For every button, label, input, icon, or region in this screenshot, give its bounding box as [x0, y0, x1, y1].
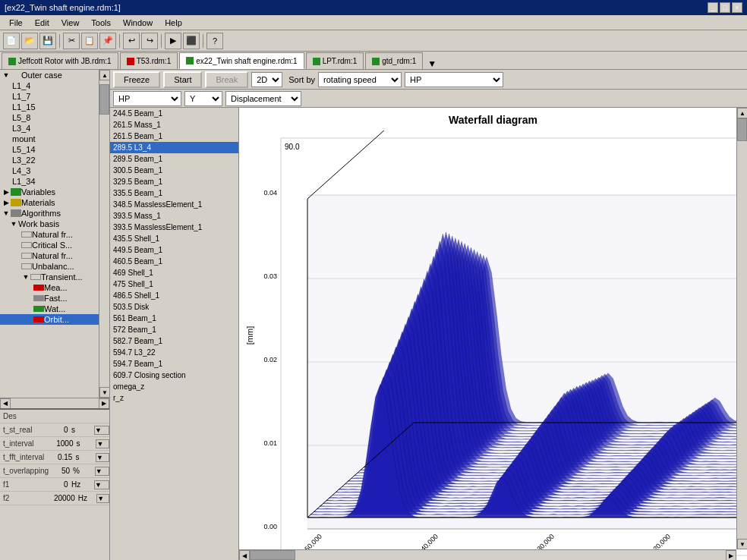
menu-view[interactable]: View — [55, 17, 86, 29]
tab-ex22[interactable]: ex22_Twin shaft engine.rdm:1 — [179, 52, 304, 69]
maximize-button[interactable]: □ — [720, 2, 730, 13]
tabs-overflow-button[interactable]: ▼ — [427, 58, 437, 69]
expand-outer-case[interactable]: ▼ — [2, 71, 11, 80]
tree-item-criticals[interactable]: Critical S... — [0, 240, 99, 250]
props-dropdown-f1[interactable]: ▼ — [94, 480, 109, 489]
list-item-8[interactable]: 348.5 MasslessElement_1 — [110, 199, 238, 210]
open-button[interactable]: 📂 — [21, 33, 38, 49]
list-item-17[interactable]: 503.5 Disk — [110, 301, 238, 313]
expand-algorithms[interactable]: ▼ — [2, 209, 11, 218]
sort-by-dropdown[interactable]: rotating speed — [318, 72, 402, 87]
list-item-12[interactable]: 449.5 Beam_1 — [110, 244, 238, 256]
tab-t53[interactable]: T53.rdm:1 — [120, 52, 178, 69]
menu-edit[interactable]: Edit — [29, 17, 55, 29]
tree-item-l134[interactable]: L1_34 — [0, 176, 99, 187]
help-icon[interactable]: ? — [206, 33, 223, 49]
chart-scroll-left[interactable]: ◀ — [239, 550, 250, 560]
tree-item-unbalance[interactable]: Unbalanc... — [0, 261, 99, 272]
list-item-0[interactable]: 244.5 Beam_1 — [110, 108, 238, 119]
list-item-19[interactable]: 572 Beam_1 — [110, 324, 238, 335]
tree-item-l322[interactable]: L3_22 — [0, 155, 99, 165]
expand-transient[interactable]: ▼ — [21, 272, 30, 282]
tree-scroll-thumb[interactable] — [99, 84, 109, 115]
quantity-dropdown[interactable]: Displacement — [225, 91, 301, 106]
tree-item-workbasis[interactable]: ▼ Work basis — [0, 219, 99, 229]
list-item-5[interactable]: 300.5 Beam_1 — [110, 165, 238, 176]
redo-button[interactable]: ↪ — [141, 33, 158, 49]
stop-button[interactable]: ⬛ — [183, 33, 200, 49]
tree-scroll-up[interactable]: ▲ — [99, 70, 109, 80]
tree-item-variables[interactable]: ▶ Variables — [0, 187, 99, 197]
list-item-21[interactable]: 594.7 L3_22 — [110, 347, 238, 358]
run-button[interactable]: ▶ — [165, 33, 181, 49]
list-item-6[interactable]: 329.5 Beam_1 — [110, 176, 238, 187]
tree-item-naturalfr2[interactable]: Natural fr... — [0, 250, 99, 261]
list-item-1[interactable]: 261.5 Mass_1 — [110, 119, 238, 131]
tree-item-l14[interactable]: L1_4 — [0, 80, 99, 91]
tree-item-algorithms[interactable]: ▼ Algorithms — [0, 208, 99, 219]
tree-item-l43[interactable]: L4_3 — [0, 165, 99, 176]
tree-item-l34[interactable]: L3_4 — [0, 123, 99, 134]
expand-variables[interactable]: ▶ — [2, 187, 11, 197]
view-2d-dropdown[interactable]: 2D — [251, 72, 282, 87]
list-item-15[interactable]: 475 Shell_1 — [110, 278, 238, 290]
menu-tools[interactable]: Tools — [85, 17, 117, 29]
tree-item-l17[interactable]: L1_7 — [0, 91, 99, 102]
list-item-25[interactable]: r_z — [110, 392, 238, 404]
list-item-18[interactable]: 561 Beam_1 — [110, 313, 238, 324]
cut-button[interactable]: ✂ — [63, 33, 80, 49]
props-dropdown-f2[interactable]: ▼ — [96, 494, 109, 503]
tree-item-mea[interactable]: Mea... — [0, 282, 99, 293]
chart-hthumb[interactable] — [250, 550, 295, 560]
tree-item-fast[interactable]: Fast... — [0, 293, 99, 304]
chart-scroll-down[interactable]: ▼ — [737, 539, 747, 549]
chart-scroll-up[interactable]: ▲ — [737, 108, 747, 118]
tree-item-wat[interactable]: Wat... — [0, 304, 99, 314]
tree-item-outer-case[interactable]: ▼ Outer case — [0, 70, 99, 80]
tree-item-naturalfr1[interactable]: Natural fr... — [0, 229, 99, 240]
start-button[interactable]: Start — [163, 71, 202, 88]
props-dropdown-t-overlapping[interactable]: ▼ — [95, 467, 109, 476]
minimize-button[interactable]: _ — [708, 2, 718, 13]
direction-dropdown[interactable]: Y — [184, 91, 222, 106]
tree-scroll-left[interactable]: ◀ — [0, 398, 11, 409]
props-dropdown-t-st-real[interactable]: ▼ — [94, 426, 109, 435]
list-item-22[interactable]: 594.7 Beam_1 — [110, 358, 238, 370]
expand-materials[interactable]: ▶ — [2, 198, 11, 207]
menu-file[interactable]: File — [3, 17, 29, 29]
list-item-4[interactable]: 289.5 Beam_1 — [110, 153, 238, 165]
list-item-7[interactable]: 335.5 Beam_1 — [110, 187, 238, 199]
list-item-11[interactable]: 435.5 Shell_1 — [110, 233, 238, 244]
copy-button[interactable]: 📋 — [81, 33, 98, 49]
list-item-9[interactable]: 393.5 Mass_1 — [110, 210, 238, 222]
tree-scroll-right[interactable]: ▶ — [99, 398, 109, 409]
tab-lpt[interactable]: LPT.rdm:1 — [306, 52, 364, 69]
tab-gtd[interactable]: gtd_rdm:1 — [365, 52, 423, 69]
tab-jeffcott[interactable]: Jeffcott Rotor with JB.rdm:1 — [2, 52, 118, 69]
menu-window[interactable]: Window — [117, 17, 159, 29]
props-dropdown-t-fft-interval[interactable]: ▼ — [96, 453, 109, 462]
tree-item-l58[interactable]: L5_8 — [0, 112, 99, 123]
props-dropdown-t-interval[interactable]: ▼ — [96, 439, 109, 448]
menu-help[interactable]: Help — [159, 17, 188, 29]
close-button[interactable]: × — [732, 2, 742, 13]
list-item-3[interactable]: 289.5 L3_4 — [110, 142, 238, 153]
tree-item-transient[interactable]: ▼ Transient... — [0, 272, 99, 282]
list-item-2[interactable]: 261.5 Beam_1 — [110, 131, 238, 142]
tree-item-materials[interactable]: ▶ Materials — [0, 197, 99, 208]
list-item-24[interactable]: omega_z — [110, 381, 238, 392]
list-item-14[interactable]: 469 Shell_1 — [110, 267, 238, 278]
save-button[interactable]: 💾 — [39, 33, 56, 49]
tree-item-l514[interactable]: L5_14 — [0, 144, 99, 155]
tree-item-l115[interactable]: L1_15 — [0, 102, 99, 112]
tree-scroll-down[interactable]: ▼ — [99, 387, 109, 398]
new-button[interactable]: 📄 — [3, 33, 20, 49]
tree-item-orbit[interactable]: Orbit... — [0, 314, 99, 325]
break-button[interactable]: Break — [205, 71, 248, 88]
expand-workbasis[interactable]: ▼ — [9, 219, 18, 228]
undo-button[interactable]: ↩ — [123, 33, 140, 49]
freeze-button[interactable]: Freeze — [113, 71, 160, 88]
tree-item-mount[interactable]: mount — [0, 134, 99, 144]
list-item-16[interactable]: 486.5 Shell_1 — [110, 290, 238, 301]
chart-scroll-right[interactable]: ▶ — [726, 550, 736, 560]
